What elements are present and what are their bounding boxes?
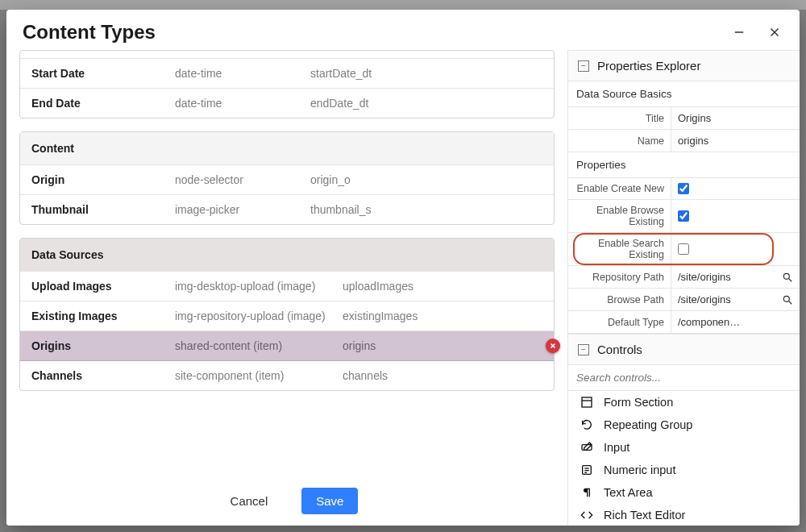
controls-header[interactable]: − Controls xyxy=(568,334,800,365)
field-variable: endDate_dt xyxy=(310,97,542,110)
search-icon[interactable] xyxy=(782,272,793,283)
svg-rect-9 xyxy=(582,397,592,407)
kv-key: Enable Create New xyxy=(568,178,671,199)
ds-type: site-component (item) xyxy=(175,369,336,382)
control-input[interactable]: Input xyxy=(568,436,800,459)
ds-label: Existing Images xyxy=(31,310,168,322)
repeat-icon xyxy=(580,418,594,431)
kv-enable-search-existing: Enable Search Existing xyxy=(568,233,800,266)
field-row-thumbnail[interactable]: Thumbnail image-picker thumbnail_s xyxy=(20,195,554,224)
field-label: Start Date xyxy=(31,67,168,80)
control-label: Form Section xyxy=(604,396,673,409)
kv-title: Title Origins xyxy=(568,107,800,130)
ds-label: Channels xyxy=(31,369,168,382)
dialog-header: Content Types xyxy=(6,10,800,50)
kv-key: Default Type xyxy=(568,311,671,333)
controls-title: Controls xyxy=(597,343,642,356)
dialog-title: Content Types xyxy=(23,21,156,44)
kv-repository-path: Repository Path /site/origins xyxy=(568,266,800,289)
section-header-content: Content xyxy=(20,132,554,165)
field-row-origin[interactable]: Origin node-selector origin_o xyxy=(20,165,554,195)
field-type: node-selector xyxy=(175,173,304,186)
kv-key: Title xyxy=(568,107,671,129)
kv-enable-create-new: Enable Create New xyxy=(568,178,800,200)
kv-browse-path: Browse Path /site/origins xyxy=(568,289,800,311)
field-variable: origin_o xyxy=(310,173,542,186)
dialog-window-actions xyxy=(732,25,782,39)
dialog-footer: Cancel Save xyxy=(6,473,567,526)
ds-type: img-desktop-upload (image) xyxy=(175,280,336,293)
enable-search-existing-checkbox[interactable] xyxy=(678,243,689,255)
ds-label: Origins xyxy=(31,339,168,352)
field-type: image-picker xyxy=(175,203,304,216)
form-section-icon xyxy=(580,396,594,409)
field-label: Origin xyxy=(31,173,168,186)
ds-row-existing-images[interactable]: Existing Images img-repository-upload (i… xyxy=(20,301,554,331)
control-label: Text Area xyxy=(604,486,652,499)
kv-value[interactable]: Origins xyxy=(671,107,800,129)
field-variable: startDate_dt xyxy=(310,67,542,80)
control-label: Repeating Group xyxy=(604,418,692,431)
kv-key: Browse Path xyxy=(568,289,671,310)
data-sources-table: Data Sources Upload Images img-desktop-u… xyxy=(19,238,555,391)
ds-type: img-repository-upload (image) xyxy=(175,310,336,322)
controls-search-input[interactable] xyxy=(568,365,800,391)
dialog-body: Start Date date-time startDate_dt End Da… xyxy=(6,50,800,526)
kv-value[interactable]: /site/origins xyxy=(678,293,731,305)
control-form-section[interactable]: Form Section xyxy=(568,391,800,414)
enable-create-new-checkbox[interactable] xyxy=(678,183,689,194)
control-numeric-input[interactable]: Numeric input xyxy=(568,459,800,481)
field-label: End Date xyxy=(31,97,168,110)
kv-value[interactable]: /site/origins xyxy=(678,271,731,283)
right-panel: − Properties Explorer Data Source Basics… xyxy=(567,50,800,526)
controls-list: Form Section Repeating Group Input Numer… xyxy=(568,391,800,526)
collapse-icon: − xyxy=(578,344,589,355)
search-icon[interactable] xyxy=(782,294,793,305)
svg-point-7 xyxy=(783,296,789,301)
table-partial-top xyxy=(20,51,554,59)
save-button[interactable]: Save xyxy=(301,488,358,514)
content-types-dialog: Content Types Start Date date-time start… xyxy=(6,10,800,526)
svg-point-5 xyxy=(783,273,789,279)
kv-key: Name xyxy=(568,130,671,152)
code-icon xyxy=(580,509,594,522)
ds-row-origins[interactable]: Origins shared-content (item) origins xyxy=(20,331,554,361)
control-repeating-group[interactable]: Repeating Group xyxy=(568,414,800,436)
field-type: date-time xyxy=(175,97,304,110)
ds-type: shared-content (item) xyxy=(175,339,336,352)
field-row-start-date[interactable]: Start Date date-time startDate_dt xyxy=(20,59,554,89)
svg-line-6 xyxy=(789,278,792,281)
control-rich-text-editor[interactable]: Rich Text Editor xyxy=(568,504,800,526)
field-row-end-date[interactable]: End Date date-time endDate_dt xyxy=(20,89,554,118)
field-type: date-time xyxy=(175,67,304,80)
control-text-area[interactable]: Text Area xyxy=(568,481,800,504)
collapse-icon: − xyxy=(578,60,589,72)
delete-ds-button[interactable] xyxy=(546,339,560,353)
input-icon xyxy=(580,441,594,454)
cancel-button[interactable]: Cancel xyxy=(216,488,283,514)
minimize-icon[interactable] xyxy=(732,25,746,39)
section-header-data-sources: Data Sources xyxy=(20,239,554,272)
ds-row-upload-images[interactable]: Upload Images img-desktop-upload (image)… xyxy=(20,272,554,301)
properties-explorer-title: Properties Explorer xyxy=(597,59,700,73)
ds-variable: origins xyxy=(343,339,542,352)
enable-browse-existing-checkbox[interactable] xyxy=(678,210,689,222)
kv-value[interactable]: /componen… xyxy=(678,316,740,328)
kv-key: Enable Search Existing xyxy=(568,233,671,265)
form-designer-pane: Start Date date-time startDate_dt End Da… xyxy=(6,50,567,526)
content-fields-table: Content Origin node-selector origin_o Th… xyxy=(19,131,555,225)
date-fields-table: Start Date date-time startDate_dt End Da… xyxy=(19,50,555,118)
numeric-icon xyxy=(580,463,594,476)
close-icon[interactable] xyxy=(767,25,782,39)
ds-variable: channels xyxy=(343,369,542,382)
ds-row-channels[interactable]: Channels site-component (item) channels xyxy=(20,361,554,390)
svg-line-8 xyxy=(789,301,792,304)
background-toolbar xyxy=(0,0,806,10)
properties-explorer-header[interactable]: − Properties Explorer xyxy=(568,50,800,81)
kv-key: Enable Browse Existing xyxy=(568,200,671,232)
kv-value[interactable]: origins xyxy=(671,130,800,152)
field-variable: thumbnail_s xyxy=(310,203,542,216)
paragraph-icon xyxy=(580,486,594,499)
kv-default-type: Default Type /componen… xyxy=(568,311,800,334)
basics-subheader: Data Source Basics xyxy=(568,81,800,107)
